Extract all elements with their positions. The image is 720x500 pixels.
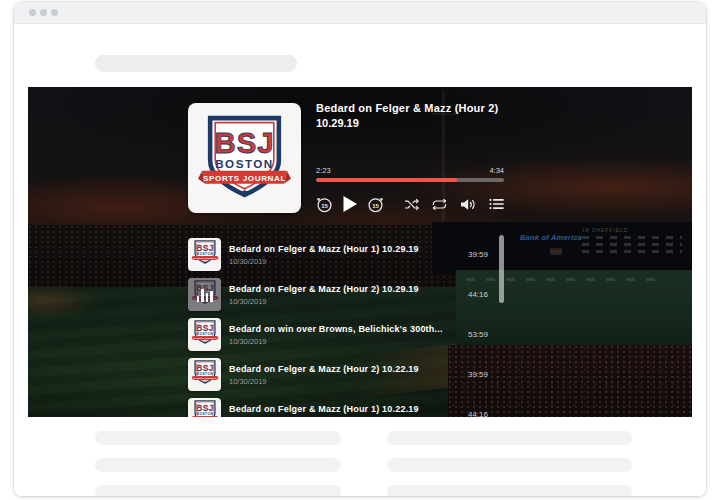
play-icon	[342, 195, 358, 213]
bsj-logo: BSJ BOSTON SPORTS JOURNAL ★	[191, 398, 219, 417]
svg-text:BSJ: BSJ	[196, 363, 213, 373]
bsj-logo-slot: BSJ BOSTON SPORTS JOURNAL ★	[191, 318, 219, 350]
shuffle-icon	[404, 198, 419, 211]
skeleton-text-placeholder	[95, 485, 341, 496]
svg-text:BOSTON: BOSTON	[215, 156, 274, 169]
episode-date: 10/30/2019	[229, 257, 460, 266]
svg-text:BOSTON: BOSTON	[196, 332, 213, 336]
bsj-logo: BSJ BOSTON SPORTS JOURNAL ★	[191, 358, 219, 386]
skeleton-text-placeholder	[387, 485, 632, 496]
episode-title: Bedard on Felger & Mazz (Hour 2) 10.22.1…	[229, 363, 460, 375]
play-button[interactable]	[342, 195, 358, 213]
episode-date: 10/30/2019	[229, 297, 460, 306]
queue-icon	[489, 198, 504, 210]
repeat-icon	[432, 198, 447, 211]
volume-icon	[460, 198, 476, 211]
window-titlebar	[14, 2, 706, 24]
now-playing-date: 10.29.19	[316, 116, 504, 131]
forward-15-button[interactable]: 15	[367, 196, 384, 213]
episode-duration: 44:16	[468, 410, 488, 418]
svg-text:BSJ: BSJ	[214, 126, 274, 159]
episode-duration: 44:16	[468, 290, 488, 299]
player-content: BSJ BOSTON SPORTS JOURNAL ★ Bedard on Fe…	[188, 103, 504, 417]
now-playing-equalizer-icon	[188, 278, 221, 311]
bsj-logo: BSJ BOSTON SPORTS JOURNAL ★	[191, 318, 219, 346]
episode-thumbnail: BSJ BOSTON SPORTS JOURNAL ★	[188, 358, 221, 391]
window-dot	[40, 9, 47, 16]
episode-title: Bedard on win over Browns, Belichick's 3…	[229, 323, 460, 335]
bsj-logo-slot: BSJ BOSTON SPORTS JOURNAL ★	[191, 238, 219, 270]
episode-thumbnail: BSJ BOSTON SPORTS JOURNAL ★	[188, 398, 221, 418]
bsj-logo-slot: BSJ BOSTON SPORTS JOURNAL ★	[191, 358, 219, 390]
svg-text:BOSTON: BOSTON	[196, 252, 213, 256]
episode-duration: 39:59	[468, 250, 488, 259]
rewind-15-button[interactable]: 15	[316, 196, 333, 213]
rewind-15-icon: 15	[316, 196, 333, 213]
episode-thumbnail: BSJ BOSTON SPORTS JOURNAL ★	[188, 238, 221, 271]
bsj-logo-slot: BSJ BOSTON SPORTS JOURNAL ★	[196, 108, 293, 209]
episode-title: Bedard on Felger & Mazz (Hour 1) 10.29.1…	[229, 243, 460, 255]
episode-title: Bedard on Felger & Mazz (Hour 2) 10.29.1…	[229, 283, 460, 295]
page-body: Bank of America 18 SHEFFIELD BSJ BOSTON …	[14, 55, 706, 496]
episode-title: Bedard on Felger & Mazz (Hour 1) 10.22.1…	[229, 403, 460, 415]
forward-15-icon: 15	[367, 196, 384, 213]
total-time: 4:34	[489, 166, 504, 175]
svg-text:★: ★	[240, 186, 248, 196]
bsj-logo: BSJ BOSTON SPORTS JOURNAL ★	[191, 238, 219, 266]
svg-text:15: 15	[372, 202, 379, 208]
svg-text:SPORTS JOURNAL: SPORTS JOURNAL	[203, 173, 286, 182]
skeleton-text-placeholder	[95, 431, 341, 445]
svg-text:BSJ: BSJ	[196, 403, 213, 413]
skeleton-text-placeholder	[95, 458, 341, 472]
svg-text:BOSTON: BOSTON	[196, 412, 213, 416]
progress-fill	[316, 178, 457, 182]
svg-text:SPORTS JOURNAL: SPORTS JOURNAL	[193, 257, 217, 259]
episode-thumbnail: BSJ BOSTON SPORTS JOURNAL ★	[188, 318, 221, 351]
svg-text:SPORTS JOURNAL: SPORTS JOURNAL	[193, 337, 217, 339]
episode-duration: 53:59	[468, 330, 488, 339]
svg-text:SPORTS JOURNAL: SPORTS JOURNAL	[193, 377, 217, 379]
playlist-row[interactable]: BSJ BOSTON SPORTS JOURNAL ★ Bedard on Fe…	[188, 394, 504, 417]
now-playing-title: Bedard on Felger & Mazz (Hour 2)	[316, 101, 504, 116]
playlist-row[interactable]: BSJ BOSTON SPORTS JOURNAL ★ Bedard on wi…	[188, 314, 504, 354]
queue-button[interactable]	[489, 198, 504, 210]
episode-date: 10/30/2019	[229, 337, 460, 346]
bsj-logo-slot: BSJ BOSTON SPORTS JOURNAL ★	[191, 398, 219, 417]
svg-text:15: 15	[321, 202, 328, 208]
skeleton-heading-placeholder	[95, 55, 297, 72]
svg-text:BSJ: BSJ	[196, 243, 213, 253]
volume-button[interactable]	[460, 198, 476, 211]
episode-date: 10/30/2019	[229, 417, 460, 418]
window-dot	[29, 9, 36, 16]
browser-window: Bank of America 18 SHEFFIELD BSJ BOSTON …	[14, 2, 706, 496]
playlist: BSJ BOSTON SPORTS JOURNAL ★ Bedard on Fe…	[188, 234, 504, 417]
elapsed-time: 2:23	[316, 166, 331, 175]
playlist-scrollbar[interactable]	[499, 235, 504, 303]
skeleton-text-placeholder	[387, 458, 632, 472]
episode-thumbnail: BSJ BOSTON SPORTS JOURNAL ★	[188, 278, 221, 311]
bsj-logo: BSJ BOSTON SPORTS JOURNAL ★	[196, 108, 293, 205]
episode-date: 10/30/2019	[229, 377, 460, 386]
episode-duration: 39:59	[468, 370, 488, 379]
playlist-row[interactable]: BSJ BOSTON SPORTS JOURNAL ★ Bedard on Fe…	[188, 354, 504, 394]
playlist-row[interactable]: BSJ BOSTON SPORTS JOURNAL ★ Bedard on Fe…	[188, 234, 504, 274]
podcast-player: Bank of America 18 SHEFFIELD BSJ BOSTON …	[28, 87, 692, 417]
album-art: BSJ BOSTON SPORTS JOURNAL ★	[188, 103, 301, 213]
playlist-row[interactable]: BSJ BOSTON SPORTS JOURNAL ★ Bedard on Fe…	[188, 274, 504, 314]
window-dot	[51, 9, 58, 16]
skeleton-text-placeholder	[387, 431, 632, 445]
shuffle-button[interactable]	[404, 198, 419, 211]
skeleton-content-grid	[95, 431, 706, 496]
repeat-button[interactable]	[432, 198, 447, 211]
svg-text:BSJ: BSJ	[196, 323, 213, 333]
progress-bar[interactable]	[316, 178, 504, 182]
svg-text:BOSTON: BOSTON	[196, 372, 213, 376]
